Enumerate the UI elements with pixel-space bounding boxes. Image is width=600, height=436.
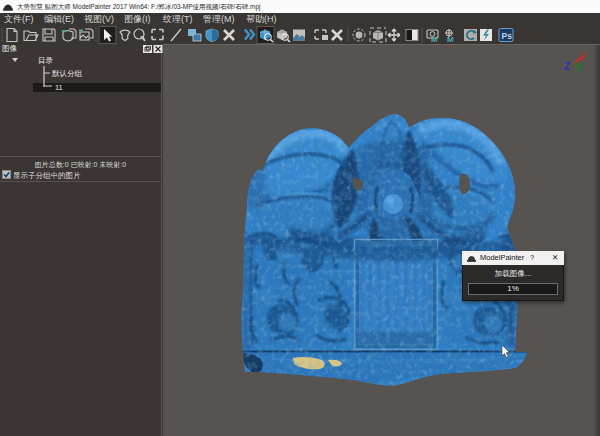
svg-text:M: M [431,35,438,44]
svg-text:Y: Y [576,63,583,74]
svg-text:M: M [447,35,454,44]
svg-text:Z: Z [564,61,570,72]
svg-text:Ps: Ps [502,31,513,41]
